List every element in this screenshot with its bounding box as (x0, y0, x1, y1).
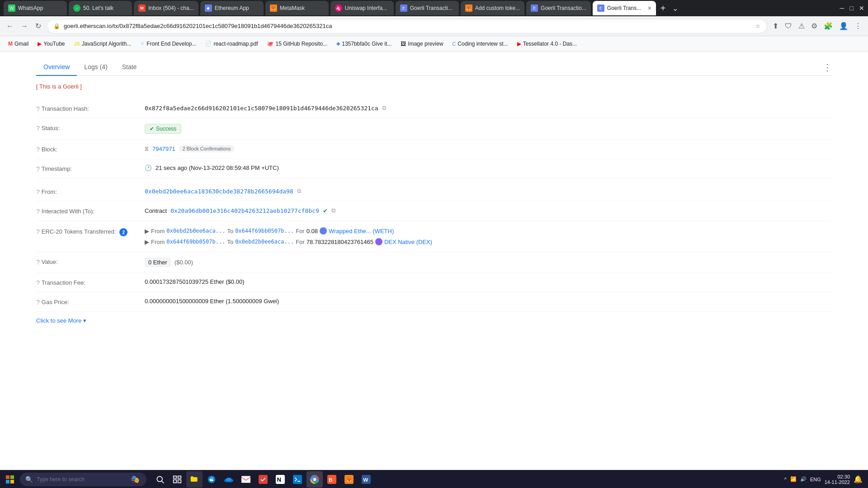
help-icon-interacted[interactable]: ? (36, 208, 40, 215)
bookmark-1357[interactable]: ◆ 1357bbfa0c Give it... (333, 39, 395, 48)
see-more-button[interactable]: Click to see More ▾ (36, 312, 832, 329)
maximize-button[interactable]: □ (850, 5, 854, 12)
copy-hash-button[interactable]: ⧉ (382, 104, 386, 112)
tab-metamask[interactable]: 🦊 MetaMask (265, 1, 329, 15)
block-number-link[interactable]: 7947971 (152, 145, 175, 152)
help-icon-erc20[interactable]: ? (36, 228, 40, 235)
transfer2-token-link[interactable]: DEX Native (DEX) (384, 239, 432, 245)
bookmark-icon[interactable]: ☆ (755, 23, 760, 29)
value-fee: 0.000173287501039725 Ether ($0.00) (145, 278, 832, 285)
taskbar-word[interactable]: W (358, 471, 374, 488)
tab-addtoken[interactable]: 🦊 Add custom toke... (461, 1, 524, 15)
help-icon-gas[interactable]: ? (36, 299, 40, 306)
help-icon-timestamp[interactable]: ? (36, 165, 40, 173)
dex-token-icon (375, 238, 382, 245)
bookmark-image[interactable]: 🖼 Image preview (397, 39, 447, 48)
bookmark-tessellator-label: Tessellator 4.0 - Das... (523, 41, 577, 47)
tab-goerli-active[interactable]: E Goerli Trans... × (593, 1, 656, 15)
notifications-icon[interactable]: 🔔 (854, 475, 863, 483)
taskbar-vscode[interactable] (289, 471, 306, 488)
volume-icon[interactable]: 🔊 (800, 476, 807, 482)
tab-whatsapp[interactable]: W WhatsApp (4, 1, 67, 15)
close-tab-icon[interactable]: × (648, 5, 651, 12)
erc20-count-badge: 2 (119, 228, 127, 236)
help-icon-fee[interactable]: ? (36, 279, 40, 286)
arrow-icon-1: ▶ (145, 228, 149, 235)
tab-overview[interactable]: Overview (36, 59, 77, 76)
back-button[interactable]: ← (5, 20, 15, 32)
start-button[interactable] (2, 471, 18, 488)
gas-text: 0.000000001500000009 Ether (1.500000009 … (145, 298, 279, 305)
taskbar-notion[interactable]: N (272, 471, 288, 488)
taskbar-search-input[interactable] (37, 476, 127, 483)
transfer1-token-link[interactable]: Wrapped Ethe... (WETH) (329, 228, 394, 235)
taskbar-search-btn[interactable] (152, 471, 168, 488)
url-input-bar[interactable]: 🔒 goerli.etherscan.io/tx/0x872f8a5edae2c… (47, 19, 767, 33)
transfer-row-1: ▶ From 0x0ebd2b0ee6aca... To 0x644f69bb0… (145, 226, 394, 235)
bookmark-js[interactable]: JS JavaScript Algorith... (71, 39, 135, 48)
taskbar-metamask-app[interactable]: 🦊 (341, 471, 357, 488)
shield-icon[interactable]: 🛡 (783, 20, 794, 32)
bookmark-tessellator[interactable]: ▶ Tessellator 4.0 - Das... (514, 39, 580, 48)
transfer1-to-link[interactable]: 0x644f69bb0507b... (235, 228, 294, 234)
system-clock[interactable]: 02:30 14-11-2022 (825, 474, 850, 485)
taskbar-search-bar[interactable]: 🔍 🎭 (20, 473, 146, 486)
tray-chevron-icon[interactable]: ^ (784, 477, 787, 482)
taskbar-running-apps: N B 🦊 W (152, 471, 374, 488)
bookmark-frontend[interactable]: ⚛ Front End Develop... (137, 39, 200, 48)
help-icon-value[interactable]: ? (36, 258, 40, 266)
timestamp-text: 21 secs ago (Nov-13-2022 08:59:48 PM +UT… (156, 164, 279, 171)
copy-from-button[interactable]: ⧉ (297, 188, 301, 195)
settings-icon[interactable]: ⚙ (809, 20, 819, 32)
tab-goerli1[interactable]: E Goerli Transacti... (396, 1, 459, 15)
taskbar-todoist[interactable] (255, 471, 271, 488)
taskbar-gmail-app[interactable] (238, 471, 254, 488)
taskbar-edge[interactable] (203, 471, 220, 488)
taskbar-brave[interactable]: B (324, 471, 340, 488)
taskbar-chrome[interactable] (307, 471, 323, 488)
help-icon-status[interactable]: ? (36, 125, 40, 132)
taskbar-file-explorer[interactable] (186, 471, 203, 488)
transfer2-to-link[interactable]: 0x0ebd2b0ee6aca... (235, 239, 294, 245)
block-confirmations-badge: 2 Block Confirmations (179, 145, 235, 152)
value-gas: 0.000000001500000009 Ether (1.500000009 … (145, 298, 832, 305)
tab-ethereum[interactable]: ◆ Ethereum App (200, 1, 264, 15)
help-icon-from[interactable]: ? (36, 188, 40, 196)
help-icon-block[interactable]: ? (36, 146, 40, 153)
tab-uniswap[interactable]: 🦄 Uniswap Interfa... (330, 1, 394, 15)
tab-gmail[interactable]: M Inbox (504) - cha... (134, 1, 198, 15)
extensions-icon[interactable]: 🧩 (822, 20, 835, 32)
copy-contract-button[interactable]: ⧉ (331, 207, 335, 214)
transfer2-from-link[interactable]: 0x644f69bb0507b... (166, 239, 225, 245)
bookmark-coding[interactable]: C Coding interview st... (448, 39, 511, 48)
reload-button[interactable]: ↻ (33, 20, 43, 32)
tab-state[interactable]: State (115, 59, 144, 76)
network-icon[interactable]: 📶 (790, 476, 797, 482)
from-address-link[interactable]: 0x0ebd2b0ee6aca183630cbde38278b2665694da… (145, 188, 293, 195)
row-value: ? Value: 0 Ether ($0.00) (36, 252, 832, 273)
bookmark-gmail[interactable]: M Gmail (5, 39, 32, 48)
bookmark-youtube[interactable]: ▶ YouTube (34, 39, 68, 48)
contract-address-link[interactable]: 0x20a96db001e316c402b4263212aeb10277cf8b… (170, 207, 319, 214)
share-icon[interactable]: ⬆ (771, 20, 780, 32)
bookmark-roadmap[interactable]: 📄 react-roadmap.pdf (202, 39, 261, 48)
value-erc20: ▶ From 0x0ebd2b0ee6aca... To 0x644f69bb0… (145, 226, 832, 246)
tab-spotify[interactable]: ♪ 50. Let's talk (69, 1, 132, 15)
tab-goerli2[interactable]: E Goerli Transactio... (526, 1, 591, 15)
close-window-button[interactable]: ✕ (859, 5, 864, 12)
tab-overflow-button[interactable]: ⌄ (670, 4, 680, 13)
tab-logs[interactable]: Logs (4) (77, 59, 114, 76)
more-icon[interactable]: ⋮ (853, 20, 863, 32)
clock-time: 02:30 (837, 474, 850, 479)
help-icon-hash[interactable]: ? (36, 105, 40, 113)
transfer1-from-link[interactable]: 0x0ebd2b0ee6aca... (166, 228, 225, 234)
warning-icon[interactable]: ⚠ (797, 20, 807, 32)
minimize-button[interactable]: ─ (840, 5, 844, 12)
tab-more-icon[interactable]: ⋮ (823, 62, 832, 73)
new-tab-button[interactable]: + (658, 3, 669, 14)
forward-button[interactable]: → (19, 20, 30, 32)
profile-icon[interactable]: 👤 (837, 20, 850, 32)
taskbar-onedrive[interactable] (221, 471, 237, 488)
bookmark-github[interactable]: 🐙 15 GitHub Reposito... (263, 39, 331, 48)
taskbar-task-view[interactable] (169, 471, 185, 488)
